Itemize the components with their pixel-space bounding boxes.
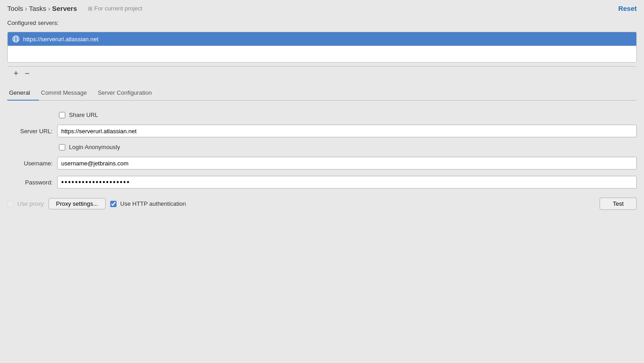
login-anonymously-checkbox[interactable] bbox=[59, 144, 65, 150]
page-icon: ⊞ bbox=[88, 5, 93, 12]
server-list-item[interactable]: https://serverurl.atlassian.net bbox=[8, 32, 636, 46]
tab-commit-message[interactable]: Commit Message bbox=[39, 86, 96, 101]
server-url-input[interactable] bbox=[57, 125, 637, 137]
password-label: Password: bbox=[7, 179, 53, 186]
add-server-button[interactable]: + bbox=[11, 68, 21, 78]
tabs-row: General Commit Message Server Configurat… bbox=[7, 86, 637, 101]
password-input[interactable] bbox=[57, 176, 637, 189]
breadcrumb-tools[interactable]: Tools bbox=[7, 5, 23, 12]
share-url-label: Share URL bbox=[69, 111, 98, 118]
breadcrumb: Tools › Tasks › Servers bbox=[7, 5, 77, 12]
configured-servers-label: Configured servers: bbox=[7, 19, 637, 26]
for-current-project: ⊞ For current project bbox=[88, 5, 142, 12]
main-content: Configured servers: https://serverurl.at… bbox=[0, 17, 644, 363]
server-url-item: https://serverurl.atlassian.net bbox=[23, 36, 98, 43]
tab-general[interactable]: General bbox=[7, 86, 39, 101]
share-url-row: Share URL bbox=[7, 111, 637, 118]
tab-content-general: Share URL Server URL: Login Anonymously … bbox=[7, 104, 637, 210]
reset-button[interactable]: Reset bbox=[618, 5, 637, 12]
proxy-settings-button[interactable]: Proxy settings... bbox=[49, 198, 106, 209]
use-proxy-label: Use proxy bbox=[17, 200, 44, 207]
login-anonymously-label: Login Anonymously bbox=[69, 144, 120, 150]
server-url-label: Server URL: bbox=[7, 128, 53, 135]
test-button[interactable]: Test bbox=[600, 198, 637, 210]
top-bar: Tools › Tasks › Servers ⊞ For current pr… bbox=[0, 0, 644, 17]
server-list-actions: + − bbox=[7, 66, 637, 80]
share-url-checkbox[interactable] bbox=[59, 112, 65, 118]
server-list: https://serverurl.atlassian.net bbox=[7, 32, 637, 63]
tab-server-configuration[interactable]: Server Configuration bbox=[96, 86, 161, 101]
use-http-auth-label: Use HTTP authentication bbox=[120, 200, 186, 207]
bottom-row: Use proxy Proxy settings... Use HTTP aut… bbox=[7, 195, 637, 210]
username-label: Username: bbox=[7, 160, 53, 167]
use-proxy-checkbox[interactable] bbox=[7, 201, 14, 207]
globe-icon bbox=[12, 35, 20, 43]
http-auth-section: Use HTTP authentication bbox=[110, 200, 186, 207]
login-anon-row: Login Anonymously bbox=[7, 144, 637, 150]
breadcrumb-tasks[interactable]: Tasks bbox=[29, 5, 46, 12]
server-url-row: Server URL: bbox=[7, 125, 637, 137]
breadcrumb-servers: Servers bbox=[52, 5, 77, 12]
username-input[interactable] bbox=[57, 157, 637, 169]
breadcrumb-sep1: › bbox=[25, 5, 27, 12]
use-http-auth-checkbox[interactable] bbox=[110, 201, 117, 207]
server-list-empty-row bbox=[8, 46, 636, 62]
username-row: Username: bbox=[7, 157, 637, 169]
for-current-project-label: For current project bbox=[94, 5, 142, 12]
remove-server-button[interactable]: − bbox=[22, 68, 33, 78]
use-proxy-section: Use proxy bbox=[7, 200, 44, 207]
password-row: Password: bbox=[7, 176, 637, 189]
breadcrumb-sep2: › bbox=[48, 5, 50, 12]
